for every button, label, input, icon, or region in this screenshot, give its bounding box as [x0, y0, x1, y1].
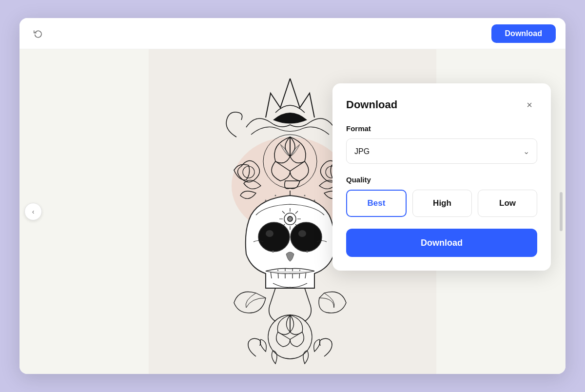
refresh-button[interactable] [29, 25, 47, 42]
svg-point-16 [314, 200, 315, 201]
download-modal: Download × Format JPG PNG WEBP SVG ⌄ [332, 83, 551, 271]
svg-point-14 [304, 195, 306, 196]
chevron-left-icon: ‹ [32, 208, 35, 216]
toolbar: Download [20, 18, 566, 49]
browser-window: Download ‹ [20, 18, 566, 374]
quality-best-button[interactable]: Best [346, 190, 407, 217]
svg-point-11 [272, 251, 274, 253]
svg-point-7 [298, 230, 306, 237]
quality-low-button[interactable]: Low [478, 190, 537, 217]
quality-high-button[interactable]: High [412, 190, 472, 217]
modal-title: Download [346, 98, 397, 111]
format-section: Format JPG PNG WEBP SVG ⌄ [346, 124, 537, 164]
svg-point-15 [265, 200, 267, 201]
main-area: ‹ [20, 49, 566, 374]
quality-section: Quality Best High Low [346, 176, 537, 217]
svg-point-13 [275, 195, 276, 196]
format-select[interactable]: JPG PNG WEBP SVG [346, 138, 537, 164]
modal-close-button[interactable]: × [522, 97, 537, 113]
download-modal-button[interactable]: Download [346, 229, 537, 257]
svg-point-9 [288, 216, 292, 221]
svg-point-5 [291, 222, 322, 252]
svg-point-12 [306, 251, 308, 253]
svg-point-4 [258, 222, 290, 252]
prev-nav-button[interactable]: ‹ [24, 203, 42, 220]
format-label: Format [346, 124, 537, 133]
svg-point-6 [266, 230, 273, 237]
quality-label: Quality [346, 176, 537, 184]
quality-buttons: Best High Low [346, 190, 537, 217]
format-select-wrapper: JPG PNG WEBP SVG ⌄ [346, 138, 537, 164]
modal-header: Download × [346, 97, 537, 113]
scrollbar[interactable] [560, 192, 563, 231]
download-top-button[interactable]: Download [491, 24, 556, 43]
